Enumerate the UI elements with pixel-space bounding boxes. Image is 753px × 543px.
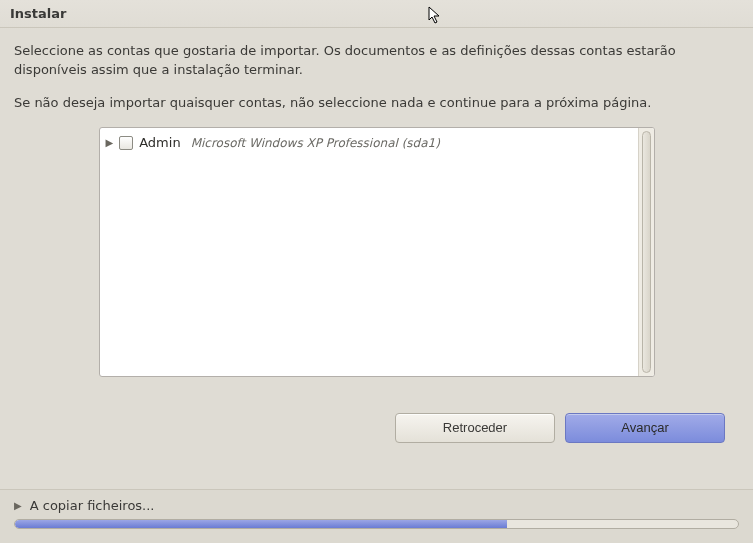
account-checkbox[interactable] — [119, 136, 133, 150]
progress-bar — [14, 519, 739, 529]
installer-window: Instalar Seleccione as contas que gostar… — [0, 0, 753, 543]
cursor-icon — [428, 6, 442, 26]
intro-text: Seleccione as contas que gostaria de imp… — [14, 42, 739, 113]
content-area: Seleccione as contas que gostaria de imp… — [0, 28, 753, 443]
account-description: Microsoft Windows XP Professional (sda1) — [191, 136, 440, 150]
intro-paragraph-1: Seleccione as contas que gostaria de imp… — [14, 42, 739, 80]
account-row[interactable]: ▶ Admin Microsoft Windows XP Professiona… — [106, 132, 632, 154]
chevron-right-icon: ▶ — [14, 500, 22, 511]
window-title: Instalar — [10, 6, 66, 21]
account-name: Admin — [139, 135, 180, 150]
expand-icon[interactable]: ▶ — [106, 137, 114, 148]
accounts-listbox: ▶ Admin Microsoft Windows XP Professiona… — [99, 127, 655, 377]
titlebar: Instalar — [0, 0, 753, 28]
status-text: A copiar ficheiros... — [30, 498, 155, 513]
accounts-list: ▶ Admin Microsoft Windows XP Professiona… — [100, 128, 638, 376]
status-expander[interactable]: ▶ A copiar ficheiros... — [14, 498, 739, 513]
intro-paragraph-2: Se não deseja importar quaisquer contas,… — [14, 94, 739, 113]
button-row: Retroceder Avançar — [14, 377, 739, 443]
back-button[interactable]: Retroceder — [395, 413, 555, 443]
scrollbar-thumb[interactable] — [642, 131, 651, 373]
forward-button[interactable]: Avançar — [565, 413, 725, 443]
scrollbar[interactable] — [638, 128, 654, 376]
footer: ▶ A copiar ficheiros... — [0, 489, 753, 543]
progress-fill — [15, 520, 507, 528]
